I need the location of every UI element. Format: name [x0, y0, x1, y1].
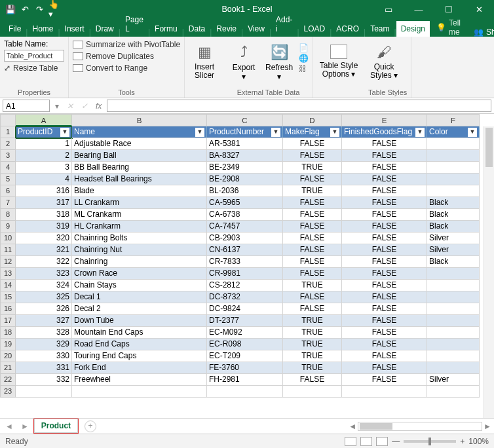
cell[interactable]: Down Tube [72, 315, 207, 327]
page-layout-icon[interactable] [360, 437, 372, 446]
cell[interactable]: Mountain End Caps [72, 327, 207, 339]
cancel-icon[interactable]: ✕ [64, 102, 76, 111]
cell[interactable]: 330 [16, 350, 72, 362]
row-header[interactable]: 12 [0, 256, 16, 268]
select-all-corner[interactable] [0, 114, 16, 126]
cell[interactable]: 325 [16, 291, 72, 303]
cell[interactable]: FALSE [342, 244, 427, 256]
cell[interactable]: Chain Stays [72, 280, 207, 291]
cell[interactable]: Adjustable Race [72, 138, 207, 150]
table-header-productid[interactable]: ProductID▼ [16, 126, 72, 138]
cell[interactable] [427, 386, 480, 398]
cell[interactable] [427, 362, 480, 374]
cell[interactable]: BE-2908 [207, 174, 283, 185]
cell[interactable]: TRUE [283, 315, 342, 327]
tab-pagel[interactable]: Page L [121, 12, 148, 37]
tab-file[interactable]: File [4, 21, 26, 37]
cell[interactable] [427, 315, 480, 327]
cell[interactable]: FALSE [283, 303, 342, 315]
cell[interactable]: FALSE [342, 280, 427, 291]
table-row[interactable]: 10320Chainring BoltsCB-2903FALSEFALSESil… [0, 233, 494, 244]
cell[interactable] [342, 386, 427, 398]
scroll-left-icon[interactable]: ◄ [349, 422, 356, 431]
row-header[interactable]: 17 [0, 315, 16, 327]
cell[interactable]: FALSE [342, 315, 427, 327]
cell[interactable]: TRUE [283, 162, 342, 174]
cell[interactable]: Black [427, 209, 480, 221]
cell[interactable]: CB-2903 [207, 233, 283, 244]
tab-team[interactable]: Team [366, 21, 394, 37]
row-header[interactable]: 6 [0, 185, 16, 197]
cell[interactable]: 329 [16, 339, 72, 350]
cell[interactable]: FALSE [342, 221, 427, 233]
cell[interactable]: FALSE [342, 209, 427, 221]
row-header[interactable]: 15 [0, 291, 16, 303]
row-header[interactable]: 20 [0, 350, 16, 362]
cell[interactable] [427, 339, 480, 350]
table-row[interactable]: 22332FreewheelFH-2981FALSEFALSESilver [0, 374, 494, 386]
undo-icon[interactable]: ↶ [20, 4, 30, 14]
table-row[interactable]: 12322ChainringCR-7833FALSEFALSEBlack [0, 256, 494, 268]
cell[interactable]: 323 [16, 268, 72, 280]
cell[interactable]: 1 [16, 138, 72, 150]
cell[interactable]: 317 [16, 197, 72, 209]
hscroll-thumb[interactable] [360, 423, 392, 430]
sheet-tab-product[interactable]: Product [34, 419, 78, 433]
cell[interactable]: FALSE [342, 150, 427, 162]
cell[interactable]: FALSE [283, 256, 342, 268]
refresh-button[interactable]: 🔄Refresh▾ [263, 39, 295, 84]
cell[interactable]: Silver [427, 244, 480, 256]
row-header[interactable]: 13 [0, 268, 16, 280]
cell[interactable] [427, 150, 480, 162]
cell[interactable]: 320 [16, 233, 72, 244]
cell[interactable]: FALSE [283, 221, 342, 233]
row-header[interactable]: 8 [0, 209, 16, 221]
cell[interactable]: 316 [16, 185, 72, 197]
cell[interactable]: 332 [16, 374, 72, 386]
filter-icon[interactable]: ▼ [60, 128, 69, 137]
cell[interactable]: TRUE [283, 280, 342, 291]
row-header[interactable]: 2 [0, 138, 16, 150]
cell[interactable]: Black [427, 221, 480, 233]
row-header[interactable]: 23 [0, 386, 16, 398]
cell[interactable]: 326 [16, 303, 72, 315]
cell[interactable]: FALSE [342, 185, 427, 197]
tab-acro[interactable]: ACRO [332, 21, 364, 37]
row-header[interactable]: 19 [0, 339, 16, 350]
cell[interactable]: 318 [16, 209, 72, 221]
cell[interactable]: 2 [16, 150, 72, 162]
resize-table-button[interactable]: ⤢ Resize Table [4, 63, 64, 73]
table-row[interactable]: 6316BladeBL-2036TRUEFALSE [0, 185, 494, 197]
cell[interactable]: FALSE [283, 233, 342, 244]
cell[interactable]: 331 [16, 362, 72, 374]
insert-slicer-button[interactable]: ▦Insert Slicer [189, 39, 220, 83]
spreadsheet-grid[interactable]: ABCDEF 1ProductID▼Name▼ProductNumber▼Mak… [0, 114, 494, 418]
cell[interactable] [427, 268, 480, 280]
cell[interactable]: FALSE [283, 197, 342, 209]
row-header[interactable]: 9 [0, 221, 16, 233]
cell[interactable]: Black [427, 256, 480, 268]
cell[interactable]: Road End Caps [72, 339, 207, 350]
cell[interactable]: CR-9981 [207, 268, 283, 280]
tab-load[interactable]: LOAD [299, 21, 330, 37]
cell[interactable]: FALSE [283, 244, 342, 256]
cell[interactable]: FALSE [342, 268, 427, 280]
cell[interactable]: FALSE [283, 150, 342, 162]
filter-icon[interactable]: ▼ [271, 128, 280, 137]
cell[interactable]: FALSE [283, 374, 342, 386]
cell[interactable] [427, 185, 480, 197]
table-row[interactable]: 16326Decal 2DC-9824FALSEFALSE [0, 303, 494, 315]
cell[interactable]: EC-R098 [207, 339, 283, 350]
table-row[interactable]: 21Adjustable RaceAR-5381FALSEFALSE [0, 138, 494, 150]
cell[interactable] [72, 386, 207, 398]
zoom-out-button[interactable]: — [392, 437, 400, 446]
cell[interactable]: TRUE [283, 362, 342, 374]
cell[interactable]: CA-7457 [207, 221, 283, 233]
cell[interactable]: 319 [16, 221, 72, 233]
cell[interactable]: TRUE [283, 185, 342, 197]
col-header-D[interactable]: D [283, 114, 342, 126]
cell[interactable]: FALSE [342, 362, 427, 374]
cell[interactable]: FALSE [283, 174, 342, 185]
row-header[interactable]: 1 [0, 126, 16, 138]
table-row[interactable]: 15325Decal 1DC-8732FALSEFALSE [0, 291, 494, 303]
